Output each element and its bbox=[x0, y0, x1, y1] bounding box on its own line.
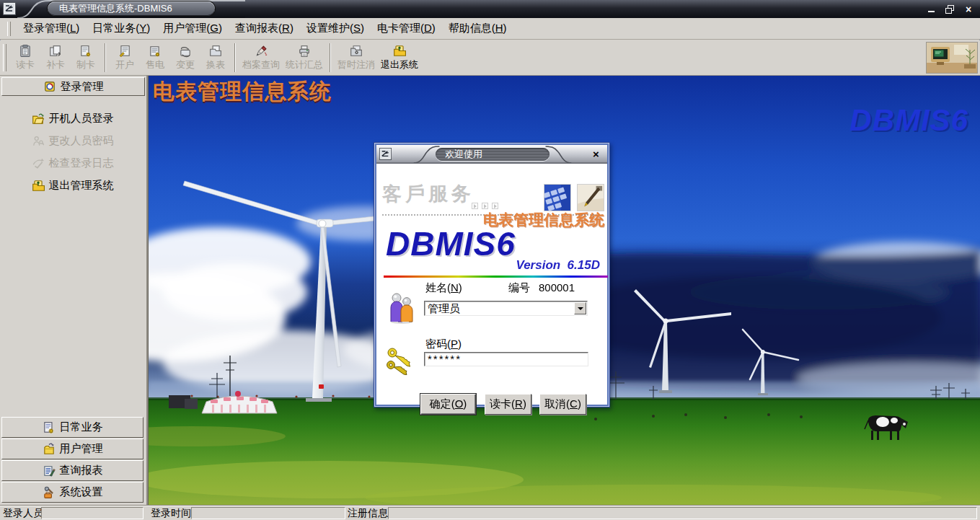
close-button[interactable]: × bbox=[963, 4, 974, 15]
name-label: 姓名(N) bbox=[425, 281, 462, 295]
main-heading: 电表管理信息系统 bbox=[153, 77, 332, 107]
dialog-body: 客戶服务 电表管理信息系统 DBMIS6 Version 6.15D 姓名(N)… bbox=[376, 164, 607, 405]
temp-logout-icon bbox=[350, 45, 363, 58]
dialog-logo-icon bbox=[379, 148, 392, 160]
sidebar-item-change-password[interactable]: 更改人员密码 bbox=[1, 130, 144, 152]
status-login-person-label: 登录人员: bbox=[3, 507, 46, 520]
window-title: 电表管理信息系统-DBMIS6 bbox=[48, 1, 215, 16]
change-icon bbox=[179, 45, 192, 58]
status-login-person-value bbox=[41, 507, 144, 519]
keys-icon bbox=[385, 344, 416, 378]
product-name: DBMIS6 bbox=[386, 224, 516, 263]
toolbar-change[interactable]: 变更 bbox=[170, 42, 200, 74]
restore-button[interactable] bbox=[944, 4, 955, 15]
exit-icon bbox=[32, 180, 45, 193]
toolbar-open-account[interactable]: 开户 bbox=[110, 42, 140, 74]
menu-item-R[interactable]: 查询报表(R) bbox=[229, 19, 300, 38]
query-report-icon bbox=[43, 464, 56, 477]
reissue-card-icon bbox=[49, 45, 62, 58]
status-register-info-label: 注册信息: bbox=[348, 507, 391, 520]
login-dialog: 欢迎使用 × 客戶服务 电表管理信息系统 DBMIS6 Version 6.15… bbox=[374, 142, 610, 407]
toolbar-exit-system[interactable]: 退出系统 bbox=[378, 42, 421, 74]
brand-background-text: 客戶服务 bbox=[382, 181, 474, 207]
sidebar-header-system-settings[interactable]: 系统设置 bbox=[1, 482, 144, 503]
dialog-close-icon[interactable]: × bbox=[590, 147, 602, 160]
toolbar-swap-meter[interactable]: 换表 bbox=[200, 42, 231, 74]
chevron-down-icon[interactable] bbox=[574, 302, 586, 314]
status-login-time-value bbox=[191, 507, 345, 519]
toolbar-temp-logout[interactable]: 暂时注消 bbox=[335, 42, 378, 74]
operator-name-value: 管理员 bbox=[428, 302, 460, 314]
stats-icon bbox=[298, 45, 311, 58]
menu-item-H[interactable]: 帮助信息(H) bbox=[442, 19, 513, 38]
sidebar-header-label: 登录管理 bbox=[61, 80, 104, 94]
toolbar-archive-query[interactable]: 档案查询 bbox=[239, 42, 283, 74]
status-register-info-value bbox=[388, 507, 977, 519]
keyboard-photo-icon bbox=[544, 184, 571, 211]
menu-item-D[interactable]: 电卡管理(D) bbox=[371, 19, 442, 38]
archive-query-icon bbox=[255, 45, 268, 58]
rainbow-divider bbox=[384, 276, 608, 278]
open-login-icon bbox=[32, 113, 45, 125]
main-area: 电表管理信息系统 DBMIS6 欢迎使用 × 客戶服务 bbox=[148, 76, 980, 505]
password-input[interactable]: ****** bbox=[424, 352, 588, 366]
dialog-title: 欢迎使用 bbox=[436, 148, 549, 161]
check-log-icon bbox=[32, 157, 45, 170]
version-label: Version 6.15D bbox=[516, 258, 600, 273]
toolbar-reissue-card[interactable]: 补卡 bbox=[40, 42, 71, 74]
menu-item-L[interactable]: 登录管理(L) bbox=[17, 19, 86, 38]
toolbar: 读卡补卡制卡开户售电变更换表档案查询统计汇总暂时注消退出系统 bbox=[0, 40, 980, 76]
login-manage-icon bbox=[43, 80, 56, 93]
change-password-icon bbox=[32, 135, 45, 148]
user-manage-icon bbox=[43, 443, 56, 456]
menu-item-G[interactable]: 用户管理(G) bbox=[156, 19, 229, 38]
sidebar-item-check-login-log[interactable]: 检查登录日志 bbox=[1, 152, 144, 175]
toolbar-make-card[interactable]: 制卡 bbox=[71, 42, 101, 74]
titlebar: 电表管理信息系统-DBMIS6 × bbox=[0, 0, 980, 18]
pen-photo-icon bbox=[577, 184, 604, 211]
sidebar: 登录管理 开机人员登录更改人员密码检查登录日志退出管理系统 日常业务用户管理查询… bbox=[0, 76, 148, 505]
dialog-ok-button[interactable]: 确定(O) bbox=[420, 394, 476, 415]
toolbar-separator bbox=[234, 43, 236, 72]
app-window: 电表管理信息系统-DBMIS6 × 登录管理(L)日常业务(Y)用户管理(G)查… bbox=[0, 0, 980, 520]
sidebar-header-daily-business[interactable]: 日常业务 bbox=[1, 417, 144, 438]
read-card-icon bbox=[19, 45, 32, 58]
sidebar-header-query-report[interactable]: 查询报表 bbox=[1, 460, 144, 481]
operators-icon bbox=[388, 292, 415, 324]
swap-meter-icon bbox=[209, 45, 222, 58]
triangle-arrows-deco-icon bbox=[472, 203, 498, 209]
dialog-read-card-button[interactable]: 读卡(R) bbox=[485, 394, 531, 415]
menu-item-Y[interactable]: 日常业务(Y) bbox=[86, 19, 156, 38]
sidebar-header-user-management[interactable]: 用户管理 bbox=[1, 439, 144, 459]
exit-icon bbox=[393, 45, 406, 58]
toolbar-separator bbox=[330, 43, 331, 72]
sidebar-item-exit-management[interactable]: 退出管理系统 bbox=[1, 175, 144, 197]
toolbar-sell-power[interactable]: 售电 bbox=[140, 42, 170, 74]
password-label: 密码(P) bbox=[425, 338, 462, 351]
sidebar-header-login-management[interactable]: 登录管理 bbox=[1, 77, 145, 96]
app-logo-icon bbox=[3, 2, 16, 15]
minimize-button[interactable] bbox=[925, 4, 937, 15]
sell-power-icon bbox=[149, 45, 162, 58]
toolbar-separator bbox=[105, 43, 106, 72]
toolbar-photo-thumbnail bbox=[926, 42, 978, 74]
status-bar: 登录人员: 登录时间: 注册信息: bbox=[0, 505, 980, 520]
menu-bar: 登录管理(L)日常业务(Y)用户管理(G)查询报表(R)设置维护(S)电卡管理(… bbox=[0, 18, 980, 40]
make-card-icon bbox=[79, 45, 92, 58]
system-settings-icon bbox=[43, 486, 56, 499]
dialog-titlebar: 欢迎使用 × bbox=[376, 145, 607, 164]
status-login-time-label: 登录时间: bbox=[151, 507, 194, 520]
daily-business-icon bbox=[43, 421, 56, 434]
open-account-icon bbox=[118, 45, 131, 58]
dialog-cancel-button[interactable]: 取消(C) bbox=[539, 394, 586, 415]
main-watermark: DBMIS6 bbox=[849, 103, 968, 138]
toolbar-read-card[interactable]: 读卡 bbox=[10, 42, 40, 74]
menu-item-S[interactable]: 设置维护(S) bbox=[300, 19, 371, 38]
dialog-button-row: 确定(O)读卡(R)取消(C) bbox=[376, 394, 607, 415]
number-label: 编号 bbox=[508, 281, 530, 295]
sidebar-item-operator-login[interactable]: 开机人员登录 bbox=[1, 107, 144, 130]
toolbar-stats-summary[interactable]: 统计汇总 bbox=[283, 42, 326, 74]
operator-name-select[interactable]: 管理员 bbox=[424, 301, 588, 316]
number-value: 800001 bbox=[539, 281, 575, 294]
